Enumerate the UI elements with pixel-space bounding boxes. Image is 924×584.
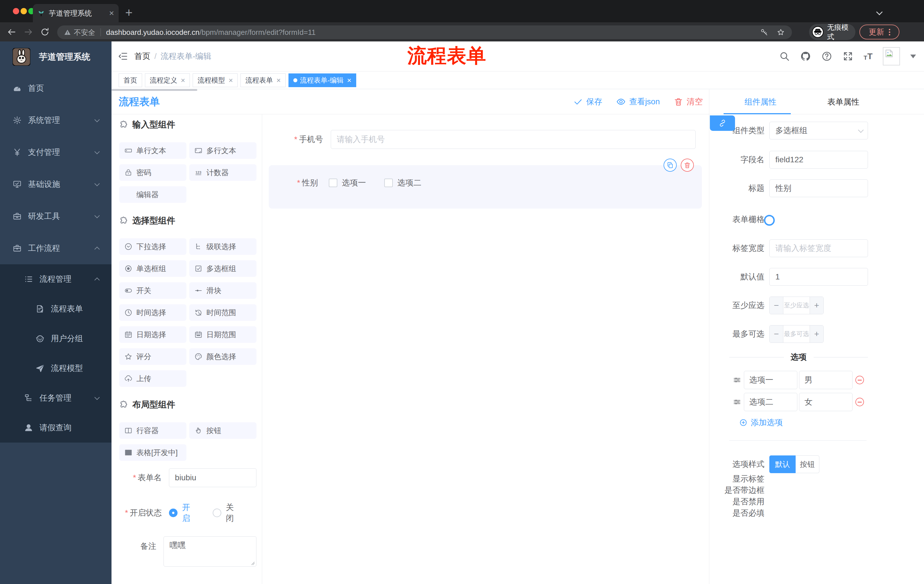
sidebar-menu-item[interactable]: 首页 — [0, 72, 112, 104]
tagbar-scrollbar[interactable] — [112, 89, 197, 91]
palette-item[interactable]: 按钮 — [189, 422, 256, 439]
palette-item[interactable]: 颜色选择 — [189, 348, 256, 365]
min-input[interactable] — [783, 297, 810, 314]
title-input[interactable] — [769, 179, 868, 197]
collapse-sidebar-icon[interactable] — [118, 51, 128, 61]
sidebar-menu-item[interactable]: 用户分组 — [0, 324, 112, 354]
tag-close-icon[interactable]: × — [276, 77, 280, 84]
palette-item[interactable]: 下拉选择 — [119, 238, 186, 255]
palette-item[interactable]: 开关 — [119, 282, 186, 299]
browser-menu-icon[interactable] — [889, 29, 890, 35]
tag-close-icon[interactable]: × — [181, 77, 185, 84]
tab-search-chevron-icon[interactable] — [876, 9, 883, 15]
option-label-input[interactable] — [744, 393, 797, 411]
drag-handle-icon[interactable] — [733, 376, 741, 384]
increment-button[interactable]: + — [810, 326, 823, 342]
option-label-input[interactable] — [744, 371, 797, 389]
tab-close-icon[interactable]: × — [109, 9, 114, 17]
resize-grip-icon[interactable] — [250, 560, 255, 566]
palette-item[interactable]: 行容器 — [119, 422, 186, 439]
sidebar-menu-item[interactable]: 流程表单 — [0, 294, 112, 324]
gender-checkbox[interactable]: 选项一 — [329, 178, 366, 188]
palette-item[interactable]: 单行文本 — [119, 142, 186, 159]
slider-handle[interactable] — [764, 215, 775, 226]
save-button[interactable]: 保存 — [573, 96, 602, 107]
sidebar-menu-item[interactable]: 请假查询 — [0, 413, 112, 443]
palette-item[interactable]: 单选框组 — [119, 260, 186, 277]
selected-component[interactable]: *性别 选项一 选项二 — [269, 165, 702, 209]
forward-icon[interactable] — [23, 27, 33, 37]
tag-close-icon[interactable]: × — [228, 77, 233, 84]
palette-item[interactable]: 上传 — [119, 370, 186, 387]
address-bar[interactable]: 不安全 dashboard.yudao.iocoder.cn/bpm/manag… — [57, 25, 792, 39]
tag[interactable]: 流程模型 × — [193, 73, 238, 87]
clear-button[interactable]: 清空 — [673, 96, 703, 107]
sidebar-menu-item[interactable]: 流程模型 — [0, 354, 112, 383]
bookmark-star-icon[interactable] — [777, 28, 785, 36]
palette-item[interactable]: 编辑器 — [119, 186, 186, 203]
sidebar-menu-item[interactable]: 研发工具 — [0, 200, 112, 232]
breadcrumb-home[interactable]: 首页 — [134, 51, 150, 62]
decrement-button[interactable]: − — [770, 297, 783, 314]
remove-option-icon[interactable] — [855, 398, 864, 406]
increment-button[interactable]: + — [810, 297, 823, 314]
field-name-input[interactable] — [769, 151, 868, 169]
form-name-input[interactable] — [169, 468, 256, 487]
palette-item[interactable]: 密码 — [119, 164, 186, 181]
phone-input[interactable] — [331, 130, 696, 149]
decrement-button[interactable]: − — [770, 326, 783, 342]
palette-item[interactable]: 级联选择 — [189, 238, 256, 255]
minimize-window-button[interactable] — [21, 8, 27, 14]
key-icon[interactable] — [760, 28, 769, 36]
palette-item[interactable]: 123 计数器 — [189, 164, 256, 181]
palette-item[interactable]: 表格[开发中] — [119, 444, 186, 461]
chrome-update-button[interactable]: 更新 — [860, 25, 899, 39]
github-icon[interactable] — [800, 51, 811, 62]
tag-close-icon[interactable]: × — [347, 77, 351, 84]
palette-item[interactable]: 时间选择 — [119, 304, 186, 321]
copy-component-button[interactable] — [663, 159, 677, 172]
status-radio[interactable]: 关闭 — [213, 502, 241, 524]
reload-icon[interactable] — [40, 27, 50, 37]
tag[interactable]: 流程表单 × — [241, 73, 285, 87]
sidebar-menu-item[interactable]: 流程管理 — [0, 264, 112, 294]
option-value-input[interactable] — [799, 393, 853, 411]
search-icon[interactable] — [779, 51, 790, 62]
sidebar-logo[interactable]: 芋道管理系统 — [0, 41, 112, 72]
link-drawer-button[interactable] — [710, 115, 735, 131]
sidebar-menu-item[interactable]: 工作流程 — [0, 232, 112, 264]
add-option-button[interactable]: 添加选项 — [739, 418, 924, 428]
palette-item[interactable]: 评分 — [119, 348, 186, 365]
status-radio[interactable]: 开启 — [169, 502, 197, 524]
sidebar-menu-item[interactable]: 支付管理 — [0, 136, 112, 168]
palette-item[interactable]: 日期范围 — [189, 326, 256, 343]
gender-checkbox[interactable]: 选项二 — [384, 178, 421, 188]
component-type-select[interactable]: 多选框组 — [769, 122, 868, 140]
tag[interactable]: 首页 × — [119, 73, 142, 87]
delete-component-button[interactable] — [681, 159, 694, 172]
user-menu-caret-icon[interactable] — [910, 54, 916, 58]
help-icon[interactable] — [822, 51, 832, 62]
default-value-input[interactable] — [769, 268, 868, 286]
palette-item[interactable]: 滑块 — [189, 282, 256, 299]
palette-item[interactable]: 时间范围 — [189, 304, 256, 321]
tab-form-props[interactable]: 表单属性 — [827, 89, 860, 114]
remove-option-icon[interactable] — [855, 376, 864, 384]
sidebar-menu-item[interactable]: 基础设施 — [0, 168, 112, 200]
browser-tab[interactable]: 芋道管理系统 × — [33, 4, 119, 22]
new-tab-button[interactable]: + — [125, 6, 133, 19]
sidebar-menu-item[interactable]: 任务管理 — [0, 383, 112, 413]
sidebar-menu-item[interactable]: 系统管理 — [0, 104, 112, 136]
max-input[interactable] — [783, 326, 810, 342]
user-avatar[interactable] — [883, 47, 900, 66]
phone-field-row[interactable]: *手机号 — [262, 130, 709, 149]
fullscreen-icon[interactable] — [843, 51, 853, 62]
palette-item[interactable]: 多行文本 — [189, 142, 256, 159]
label-width-input[interactable] — [769, 239, 868, 257]
option-value-input[interactable] — [799, 371, 853, 389]
palette-item[interactable]: 日期选择 — [119, 326, 186, 343]
view-json-button[interactable]: 查看json — [616, 96, 660, 107]
font-size-icon[interactable]: TT — [864, 51, 873, 61]
tag[interactable]: 流程定义 × — [145, 73, 190, 87]
drag-handle-icon[interactable] — [733, 398, 741, 406]
